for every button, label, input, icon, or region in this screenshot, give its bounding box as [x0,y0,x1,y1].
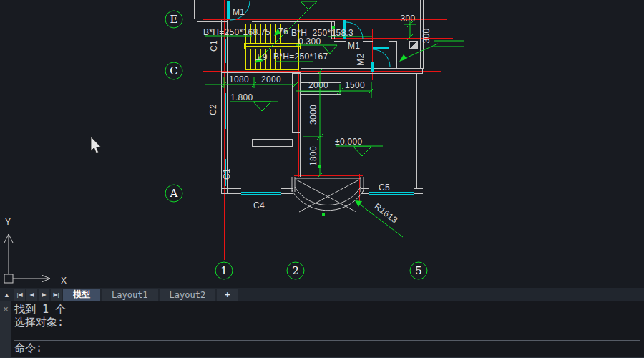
stair-count-low: ⊥9 [255,52,268,62]
command-history-line2: 选择对象: [14,316,644,329]
command-separator [14,340,640,341]
elevation-upper: 0.300 [298,37,321,47]
window-label-c4: C4 [253,200,265,211]
window-label-c5: C5 [379,183,390,193]
stair-spec-low: B*H=250*167 [273,52,328,62]
dim-2000-right: 2000 [308,80,328,90]
door-label-m1-top: M1 [233,7,245,17]
door-label-m2: M2 [356,53,366,65]
new-layout-button[interactable]: + [217,289,238,301]
axis-grid-lines[interactable] [203,0,453,260]
ucs-y-label: Y [5,217,11,227]
expand-command-icon[interactable]: ▲ [1,289,13,301]
dim-1800: 1800 [308,146,318,166]
layout-tabbar: ▲ |◀ ◀ ▶ ▶| 模型 Layout1 Layout2 + [0,288,644,301]
ucs-x-label: X [61,276,67,286]
elevation-zero: ±0.000 [335,137,362,147]
last-layout-button[interactable]: ▶| [51,289,62,301]
axis-bubble-a: A [170,187,178,200]
axis-bubble-c: C [170,64,177,77]
prev-layout-button[interactable]: ◀ [26,289,37,301]
tab-model[interactable]: 模型 [63,289,100,301]
window-label-c1-top: C1 [209,40,219,52]
ucs-icon: X Y [4,217,67,286]
door-leaf-m2 [373,47,389,49]
stair-count-mid: 76 [278,26,288,37]
command-panel: × 找到 1 个 选择对象: 命令: [0,301,644,358]
dim-300-v: 300 [421,29,431,44]
axis-bubble-1: 1 [220,264,228,277]
dim-1080: 1080 [229,74,249,84]
cad-app: E C A 1 2 5 B*H=250*168.75 76 B*H=250*15… [0,0,644,358]
command-text-area[interactable]: 找到 1 个 选择对象: 命令: [11,301,644,358]
window-label-c2: C2 [208,104,218,115]
close-icon[interactable]: × [3,304,9,314]
door-leaf-m1-top [227,1,230,19]
command-prompt[interactable]: 命令: [14,342,644,354]
axis-bubble-5: 5 [415,264,422,277]
dim-1500: 1500 [345,80,365,90]
dim-radius: R1613 [372,201,399,225]
drawing-canvas[interactable]: E C A 1 2 5 B*H=250*168.75 76 B*H=250*15… [0,0,644,288]
axis-bubble-e: E [170,13,178,26]
elevation-mid: 1.800 [230,92,253,102]
dim-3000: 3000 [308,105,318,125]
tab-layout2[interactable]: Layout2 [160,289,216,301]
window-label-c1-bottom: C1 [222,168,232,180]
mouse-cursor [91,137,101,153]
drawing-texts[interactable]: B*H=250*168.75 76 B*H=250*158.3 ⊥9 B*H=2… [203,7,431,225]
dim-2000-left: 2000 [261,74,281,84]
command-gutter: × [0,301,11,358]
first-layout-button[interactable]: |◀ [14,289,25,301]
axis-bubble-2: 2 [292,264,299,277]
door-label-m1-right: M1 [348,41,360,51]
dim-300-h: 300 [401,14,416,24]
command-history-line1: 找到 1 个 [14,303,644,316]
stair-spec-top: B*H=250*168.75 [203,27,270,37]
next-layout-button[interactable]: ▶ [39,289,49,301]
tab-layout1[interactable]: Layout1 [102,289,158,301]
